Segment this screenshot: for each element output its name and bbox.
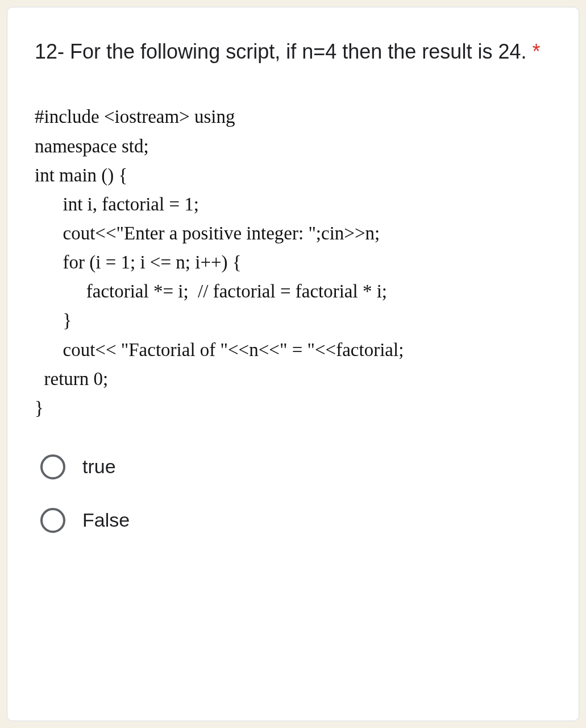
code-line: #include <iostream> using (35, 102, 551, 131)
option-label: False (82, 509, 130, 531)
code-line: cout<< "Factorial of "<<n<<" = "<<factor… (35, 336, 551, 365)
required-marker: * (532, 40, 540, 63)
code-line: int i, factorial = 1; (35, 190, 551, 219)
question-card: 12- For the following script, if n=4 the… (7, 7, 579, 721)
option-false[interactable]: False (40, 508, 551, 533)
code-line: } (35, 306, 551, 335)
code-block: #include <iostream> using namespace std;… (35, 102, 551, 423)
code-line: } (35, 394, 551, 423)
code-line: int main () { (35, 161, 551, 190)
code-line: namespace std; (35, 132, 551, 161)
code-line: for (i = 1; i <= n; i++) { (35, 248, 551, 277)
question-title: 12- For the following script, if n=4 the… (35, 35, 551, 68)
code-line: return 0; (35, 365, 551, 394)
code-line: cout<<"Enter a positive integer: ";cin>>… (35, 219, 551, 248)
radio-icon (40, 508, 65, 533)
radio-icon (40, 454, 65, 479)
question-text: 12- For the following script, if n=4 the… (35, 40, 532, 63)
option-label: true (82, 456, 116, 478)
options-group: true False (35, 454, 551, 533)
option-true[interactable]: true (40, 454, 551, 479)
code-line: factorial *= i; // factorial = factorial… (35, 277, 551, 306)
